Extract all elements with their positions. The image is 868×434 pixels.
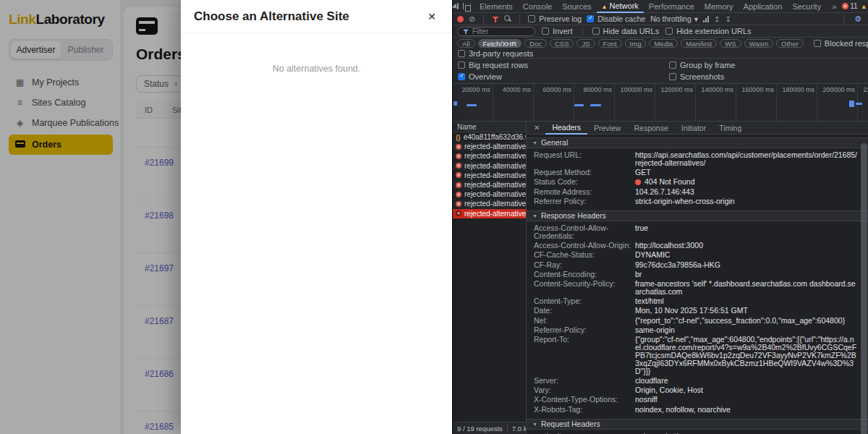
search-icon[interactable] bbox=[504, 15, 511, 22]
request-row[interactable]: ✕rejected-alternatives/ bbox=[453, 142, 526, 151]
timeline-tick: 20000 ms bbox=[453, 84, 493, 121]
type-filter-doc[interactable]: Doc bbox=[524, 39, 547, 48]
header-row: Nel:{"report_to":"cf-nel","success_fract… bbox=[527, 315, 868, 325]
more-tabs-icon[interactable]: » bbox=[827, 0, 841, 13]
type-filter-wasm[interactable]: Wasm bbox=[744, 39, 774, 48]
header-name: Status Code: bbox=[527, 178, 635, 186]
throttling-dropdown[interactable]: No throttling▾ bbox=[650, 14, 698, 23]
filter-input[interactable]: Filter bbox=[457, 27, 535, 36]
timeline-activity-bar bbox=[574, 104, 584, 106]
details-tab-initiator[interactable]: Initiator bbox=[675, 122, 712, 135]
type-filter-all[interactable]: All bbox=[457, 39, 475, 48]
import-har-icon[interactable]: ↥ bbox=[714, 15, 720, 23]
scrollbar-thumb[interactable] bbox=[861, 143, 867, 434]
request-row[interactable]: ✕rejected-alternatives/ bbox=[453, 151, 526, 161]
timeline-activity-bar bbox=[856, 103, 862, 105]
inspect-element-icon[interactable] bbox=[457, 3, 459, 9]
header-value: same-origin bbox=[635, 326, 685, 334]
big-request-rows-checkbox[interactable]: Big request rows bbox=[458, 61, 669, 69]
request-list-column: Name {}e40a811ffa632d36.we…✕rejected-alt… bbox=[453, 122, 527, 434]
header-row: Content-Type:text/html bbox=[527, 297, 868, 306]
details-tab-preview[interactable]: Preview bbox=[587, 122, 627, 135]
name-column-header[interactable]: Name bbox=[453, 122, 526, 132]
request-type-filters: AllFetch/XHRDocCSSJSFontImgMediaManifest… bbox=[453, 38, 868, 49]
type-filter-font[interactable]: Font bbox=[598, 39, 622, 48]
request-row[interactable]: {}e40a811ffa632d36.we… bbox=[453, 132, 526, 142]
close-icon[interactable]: ✕ bbox=[425, 9, 439, 24]
invert-checkbox[interactable]: Invert bbox=[542, 27, 573, 35]
section-header-general[interactable]: ▼General bbox=[527, 137, 868, 148]
error-badge[interactable]: ✕11 bbox=[842, 2, 857, 10]
hide-extension-urls-checkbox[interactable]: Hide extension URLs bbox=[665, 27, 751, 35]
devtools-tab-elements[interactable]: Elements bbox=[475, 0, 518, 13]
details-tab-headers[interactable]: Headers bbox=[545, 122, 587, 135]
network-overview-timeline[interactable]: 20000 ms40000 ms60000 ms80000 ms100000 m… bbox=[453, 84, 868, 122]
request-row[interactable]: ✕rejected-alternatives/ bbox=[453, 171, 526, 180]
details-tab-response[interactable]: Response bbox=[627, 122, 674, 135]
close-details-icon[interactable]: ✕ bbox=[528, 124, 545, 132]
timeline-activity-bar bbox=[590, 104, 601, 106]
request-row[interactable]: ✕rejected-alternatives/ bbox=[453, 161, 526, 171]
overview-checkbox[interactable]: Overview bbox=[458, 72, 669, 81]
triangle-down-icon: ▼ bbox=[532, 210, 537, 221]
third-party-requests-checkbox[interactable]: 3rd-party requests bbox=[458, 49, 533, 58]
failed-request-icon: ✕ bbox=[456, 172, 461, 178]
clear-icon[interactable]: ⊘ bbox=[469, 14, 475, 24]
devtools-tab-application[interactable]: Application bbox=[739, 0, 788, 13]
header-row: X-Robots-Tag:noindex, nofollow, noarchiv… bbox=[527, 405, 868, 414]
type-filter-js[interactable]: JS bbox=[576, 39, 595, 48]
header-value: 104.26.7.146:443 bbox=[635, 188, 705, 196]
devtools-tab-memory[interactable]: Memory bbox=[699, 0, 739, 13]
type-filter-fetch-xhr[interactable]: Fetch/XHR bbox=[478, 39, 522, 48]
request-row[interactable]: ✕rejected-alternatives/ bbox=[453, 190, 526, 199]
preserve-log-checkbox[interactable]: Preserve log bbox=[528, 14, 582, 23]
details-tab-timing[interactable]: Timing bbox=[712, 122, 748, 135]
type-filter-img[interactable]: Img bbox=[625, 39, 647, 48]
failed-request-icon: ✕ bbox=[456, 153, 461, 159]
network-settings-gear-icon[interactable]: ⚙ bbox=[852, 14, 864, 24]
divider bbox=[519, 15, 520, 23]
disable-cache-checkbox[interactable]: Disable cache bbox=[587, 14, 645, 23]
failed-request-icon: ✕ bbox=[456, 210, 461, 216]
type-filter-ws[interactable]: WS bbox=[720, 39, 741, 48]
empty-state-message: No alternatives found. bbox=[181, 64, 452, 74]
header-name: Referrer Policy: bbox=[527, 197, 635, 205]
header-name: Referrer-Policy: bbox=[527, 326, 635, 334]
section-header-response-headers[interactable]: ▼Response Headers bbox=[527, 210, 868, 221]
type-filter-manifest[interactable]: Manifest bbox=[681, 39, 717, 48]
devtools-tab-security[interactable]: Security bbox=[787, 0, 826, 13]
header-value: cloudflare bbox=[635, 377, 678, 385]
export-har-icon[interactable]: ↧ bbox=[725, 15, 731, 23]
request-name: rejected-alternatives/ bbox=[464, 171, 526, 179]
type-filter-other[interactable]: Other bbox=[776, 39, 804, 48]
device-toolbar-icon[interactable] bbox=[463, 3, 464, 9]
group-by-frame-checkbox[interactable]: Group by frame bbox=[669, 61, 863, 69]
screenshots-checkbox[interactable]: Screenshots bbox=[669, 72, 863, 81]
details-tabs: HeadersPreviewResponseInitiatorTiming bbox=[545, 122, 748, 135]
request-row[interactable]: ✕rejected-alternatives/ bbox=[453, 180, 526, 190]
header-value: {"group":"cf-nel","max_age":604800,"endp… bbox=[635, 336, 868, 375]
type-filter-media[interactable]: Media bbox=[649, 39, 678, 48]
hide-data-urls-checkbox[interactable]: Hide data URLs bbox=[592, 27, 660, 35]
funnel-icon bbox=[463, 28, 469, 33]
devtools-tab-sources[interactable]: Sources bbox=[557, 0, 596, 13]
devtools-tab-network[interactable]: ▲Network bbox=[597, 0, 644, 13]
triangle-down-icon: ▼ bbox=[532, 137, 537, 148]
header-value: 99c76dcc3a79856a-HKG bbox=[635, 261, 731, 269]
section-header-request-headers[interactable]: ▼Request Headers bbox=[527, 419, 868, 430]
filter-funnel-icon[interactable] bbox=[492, 16, 499, 22]
request-row[interactable]: ✕rejected-alternatives/ bbox=[453, 199, 526, 208]
request-row[interactable]: ✕rejected-alternatives/ bbox=[453, 209, 526, 218]
header-row: Referrer-Policy:same-origin bbox=[527, 326, 868, 335]
network-conditions-icon[interactable] bbox=[703, 16, 709, 22]
header-name: Server: bbox=[527, 377, 635, 385]
record-icon[interactable] bbox=[457, 16, 464, 22]
failed-request-icon: ✕ bbox=[456, 192, 461, 197]
transferred-size: 7.0 kB / 3 bbox=[512, 425, 526, 433]
devtools-tab-console[interactable]: Console bbox=[518, 0, 557, 13]
warning-badge[interactable]: ▲9 bbox=[861, 2, 868, 10]
devtools-tab-performance[interactable]: Performance bbox=[644, 0, 699, 13]
type-filter-css[interactable]: CSS bbox=[550, 39, 574, 48]
header-name: Content-Type: bbox=[527, 297, 635, 305]
blocked-response-cookies-checkbox[interactable]: Blocked response cookies bbox=[814, 39, 868, 48]
